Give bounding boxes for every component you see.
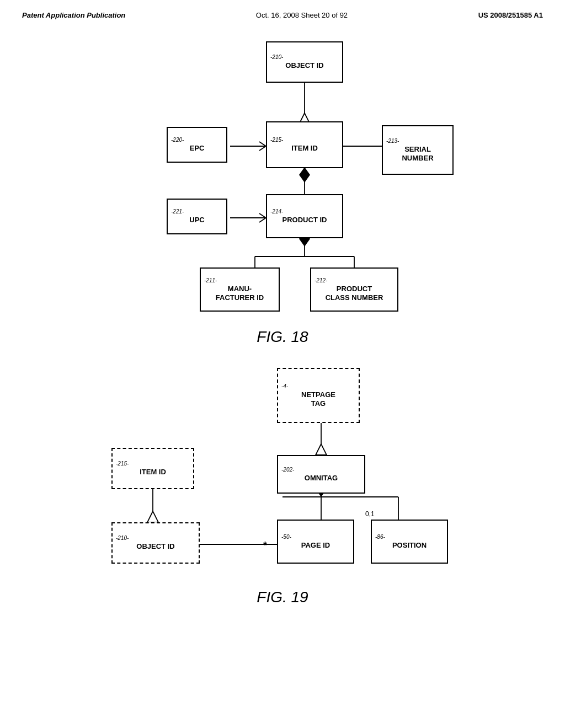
- label-upc: UPC: [189, 216, 204, 224]
- header-publication: Patent Application Publication: [22, 11, 125, 19]
- ref-object-id2: -210-: [116, 535, 129, 541]
- fig19-diagram: -4- NETPAGETAG -202- OMNITAG -215- ITEM …: [89, 362, 476, 583]
- ref-upc: -221-: [171, 208, 184, 215]
- label-serial-number: SERIALNUMBER: [402, 145, 433, 162]
- box-upc: -221- UPC: [167, 199, 227, 234]
- ref-object-id: -210-: [270, 54, 283, 60]
- label-object-id2: OBJECT ID: [136, 542, 174, 551]
- label-item-id2: ITEM ID: [140, 468, 166, 477]
- page: Patent Application Publication Oct. 16, …: [0, 0, 565, 728]
- box-item-id2: -215- ITEM ID: [111, 448, 194, 489]
- asterisk-label: *: [263, 540, 267, 552]
- fig18-diagram: -210- OBJECT ID -215- ITEM ID -220- EPC …: [89, 36, 476, 323]
- box-epc: -220- EPC: [167, 127, 227, 163]
- ref-item-id2: -215-: [116, 461, 129, 467]
- label-product-id: PRODUCT ID: [282, 216, 327, 224]
- ref-product-id: -214-: [270, 208, 283, 215]
- ref-epc: -220-: [171, 137, 184, 143]
- ref-omnitag: -202-: [281, 467, 294, 473]
- label-position: POSITION: [392, 541, 427, 550]
- box-item-id: -215- ITEM ID: [266, 121, 343, 168]
- ref-product-class-number: -212-: [315, 277, 327, 283]
- ref-item-id: -215-: [270, 137, 283, 143]
- label-page-id: PAGE ID: [301, 541, 331, 550]
- box-product-class-number: -212- PRODUCTCLASS NUMBER: [310, 267, 398, 312]
- header-patent-number: US 2008/251585 A1: [478, 11, 543, 19]
- box-product-id: -214- PRODUCT ID: [266, 194, 343, 238]
- box-page-id: -50- PAGE ID: [277, 520, 354, 564]
- fig18-label: FIG. 18: [22, 328, 543, 346]
- label-product-class-number: PRODUCTCLASS NUMBER: [326, 285, 383, 302]
- box-object-id: -210- OBJECT ID: [266, 41, 343, 83]
- label-omnitag: OMNITAG: [305, 474, 338, 483]
- box-serial-number: -213- SERIALNUMBER: [382, 125, 454, 175]
- label-netpage-tag: NETPAGETAG: [301, 390, 335, 408]
- page-header: Patent Application Publication Oct. 16, …: [22, 11, 543, 19]
- box-position: -86- POSITION: [371, 520, 448, 564]
- multiplicity-label: 0,1: [365, 510, 375, 518]
- label-manufacturer-id: MANU-FACTURER ID: [216, 285, 264, 302]
- box-omnitag: -202- OMNITAG: [277, 455, 365, 494]
- label-epc: EPC: [190, 144, 205, 153]
- ref-manufacturer-id: -211-: [204, 277, 217, 283]
- box-netpage-tag: -4- NETPAGETAG: [277, 368, 360, 423]
- fig19-label: FIG. 19: [22, 588, 543, 606]
- ref-serial-number: -213-: [386, 138, 399, 144]
- ref-page-id: -50-: [281, 534, 291, 540]
- svg-marker-20: [147, 511, 158, 522]
- ref-position: -86-: [375, 534, 385, 540]
- label-object-id: OBJECT ID: [285, 61, 323, 70]
- box-object-id2: -210- OBJECT ID: [111, 522, 200, 564]
- header-date-sheet: Oct. 16, 2008 Sheet 20 of 92: [256, 11, 348, 19]
- svg-marker-13: [316, 444, 327, 455]
- ref-netpage-tag: -4-: [281, 383, 288, 389]
- box-manufacturer-id: -211- MANU-FACTURER ID: [200, 267, 280, 312]
- svg-marker-4: [299, 167, 310, 183]
- label-item-id: ITEM ID: [291, 144, 318, 153]
